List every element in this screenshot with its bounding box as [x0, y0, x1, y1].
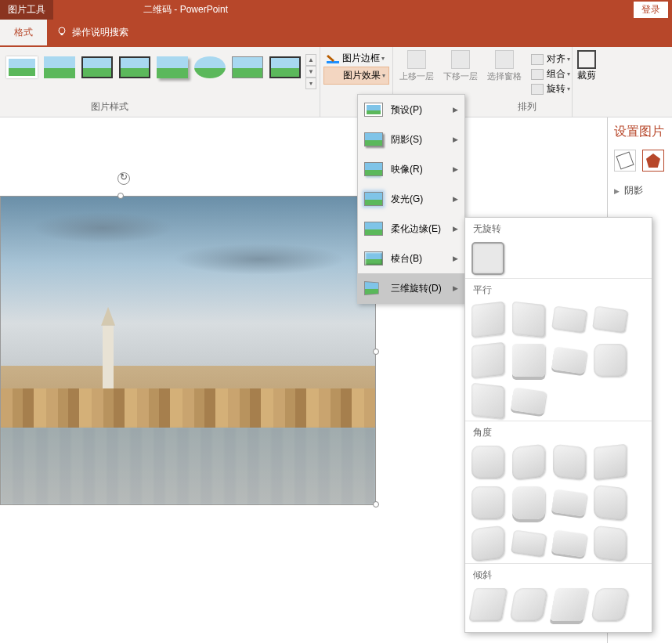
style-thumb-2[interactable]	[42, 54, 78, 81]
rot3d-persp-11[interactable]	[551, 530, 587, 558]
section-oblique: 倾斜	[465, 563, 652, 585]
parallel-grid	[465, 300, 652, 421]
effect-shadow[interactable]: 阴影(S)▶	[358, 125, 464, 154]
chevron-down-icon: ▾	[567, 56, 570, 63]
oblique-grid	[465, 585, 652, 624]
rot3d-parallel-9[interactable]	[471, 383, 504, 419]
selected-image[interactable]	[0, 196, 376, 505]
svg-rect-1	[61, 34, 63, 35]
rot3d-parallel-2[interactable]	[512, 302, 545, 338]
gallery-expand[interactable]: ▾	[305, 78, 316, 89]
gallery-scroll-down[interactable]: ▼	[305, 66, 316, 78]
no-rotation-grid	[465, 239, 652, 278]
selection-handle[interactable]	[373, 349, 379, 355]
chevron-right-icon: ▶	[453, 284, 458, 292]
align-dropdown[interactable]: 对齐▾	[531, 52, 570, 67]
section-parallel: 平行	[465, 278, 652, 300]
rot3d-persp-12[interactable]	[594, 526, 627, 562]
reflection-icon	[364, 162, 383, 176]
style-thumb-8[interactable]	[267, 54, 303, 81]
align-icon	[531, 54, 544, 65]
group-dropdown[interactable]: 组合▾	[531, 67, 570, 81]
rot3d-persp-9[interactable]	[471, 526, 504, 562]
preset-icon	[364, 103, 383, 117]
effect-glow-label: 发光(G)	[391, 193, 423, 206]
chevron-right-icon: ▶	[614, 187, 620, 195]
chevron-right-icon: ▶	[453, 195, 458, 203]
chevron-down-icon: ▾	[567, 85, 570, 92]
rot3d-oblique-4[interactable]	[591, 588, 629, 621]
rot3d-parallel-3[interactable]	[551, 306, 587, 334]
chevron-right-icon: ▶	[453, 106, 458, 114]
align-label: 对齐	[547, 52, 565, 66]
style-thumb-5[interactable]	[154, 54, 190, 81]
effect-glow[interactable]: 发光(G)▶	[358, 184, 464, 214]
rot3d-persp-10[interactable]	[511, 530, 547, 558]
style-thumb-1[interactable]	[4, 54, 40, 81]
gallery-scroll: ▲ ▼ ▾	[305, 54, 316, 89]
picture-effects-dropdown[interactable]: 图片效果 ▾	[323, 67, 389, 85]
send-backward-icon	[451, 50, 470, 69]
rot3d-parallel-1[interactable]	[471, 302, 504, 338]
style-thumb-4[interactable]	[117, 54, 153, 81]
effect-3d-rotation[interactable]: 三维旋转(D)▶	[358, 273, 464, 303]
rot3d-parallel-8[interactable]	[594, 344, 627, 377]
format-pane-tabs	[611, 150, 669, 172]
pentagon-icon	[646, 154, 660, 168]
effect-preset[interactable]: 预设(P)▶	[358, 95, 464, 125]
rot3d-oblique-3[interactable]	[550, 588, 588, 621]
soft-edge-icon	[364, 222, 383, 236]
rot3d-parallel-7[interactable]	[551, 347, 587, 374]
group-label: 组合	[547, 67, 565, 81]
style-thumb-7[interactable]	[229, 54, 266, 81]
login-button[interactable]: 登录	[634, 2, 668, 18]
fill-tab[interactable]	[614, 150, 636, 172]
effect-bevel[interactable]: 棱台(B)▶	[358, 244, 464, 273]
effect-3d-rotation-label: 三维旋转(D)	[391, 282, 442, 295]
rot3d-persp-4[interactable]	[594, 444, 627, 480]
rotation3d-flyout: 无旋转 平行 角度 倾斜	[464, 217, 652, 633]
rotation3d-icon	[364, 281, 379, 295]
rot3d-parallel-10[interactable]	[511, 388, 547, 415]
styles-group-label: 图片样式	[0, 100, 219, 114]
group-icon	[531, 69, 544, 80]
tab-format[interactable]: 格式	[0, 20, 47, 45]
rot3d-persp-7[interactable]	[551, 489, 587, 517]
selection-handle[interactable]	[373, 501, 379, 508]
rot3d-none[interactable]	[471, 242, 504, 275]
chevron-down-icon: ▾	[381, 55, 385, 62]
rotate-handle[interactable]	[117, 172, 130, 185]
rot3d-persp-1[interactable]	[471, 446, 504, 479]
selection-handle[interactable]	[117, 193, 124, 199]
rotate-dropdown[interactable]: 旋转▾	[531, 81, 570, 96]
picture-border-dropdown[interactable]: 图片边框 ▾	[323, 50, 389, 67]
chevron-right-icon: ▶	[453, 165, 458, 173]
picture-border-label: 图片边框	[342, 52, 380, 65]
gallery-scroll-up[interactable]: ▲	[305, 54, 316, 66]
picture-tools-context: 图片工具	[0, 0, 53, 20]
picture-effects-menu: 预设(P)▶ 阴影(S)▶ 映像(R)▶ 发光(G)▶ 柔化边缘(E)▶ 棱台(…	[357, 94, 465, 304]
style-thumb-3[interactable]	[79, 54, 115, 81]
effects-tab[interactable]	[642, 150, 664, 172]
rot3d-persp-5[interactable]	[471, 486, 504, 519]
rot3d-parallel-4[interactable]	[592, 306, 628, 334]
pen-icon	[327, 53, 339, 64]
rot3d-parallel-5[interactable]	[471, 342, 504, 378]
rot3d-oblique-2[interactable]	[509, 588, 547, 621]
rot3d-persp-6[interactable]	[512, 486, 545, 519]
effect-soft-edges[interactable]: 柔化边缘(E)▶	[358, 214, 464, 244]
rot3d-persp-8[interactable]	[594, 485, 627, 521]
tell-me-search[interactable]: 操作说明搜索	[72, 20, 128, 39]
bevel-icon	[364, 251, 383, 266]
rot3d-parallel-6[interactable]	[512, 344, 545, 377]
rotate-label: 旋转	[547, 82, 565, 96]
rot3d-persp-3[interactable]	[553, 444, 586, 480]
shadow-section-header[interactable]: ▶ 阴影	[611, 181, 669, 200]
crop-button[interactable]: 裁剪	[577, 50, 596, 117]
rot3d-persp-2[interactable]	[512, 444, 545, 480]
effect-reflection[interactable]: 映像(R)▶	[358, 154, 464, 184]
rot3d-oblique-1[interactable]	[468, 588, 507, 621]
rotate-icon	[531, 84, 544, 95]
bucket-icon	[616, 151, 634, 169]
style-thumb-6[interactable]	[192, 54, 228, 81]
